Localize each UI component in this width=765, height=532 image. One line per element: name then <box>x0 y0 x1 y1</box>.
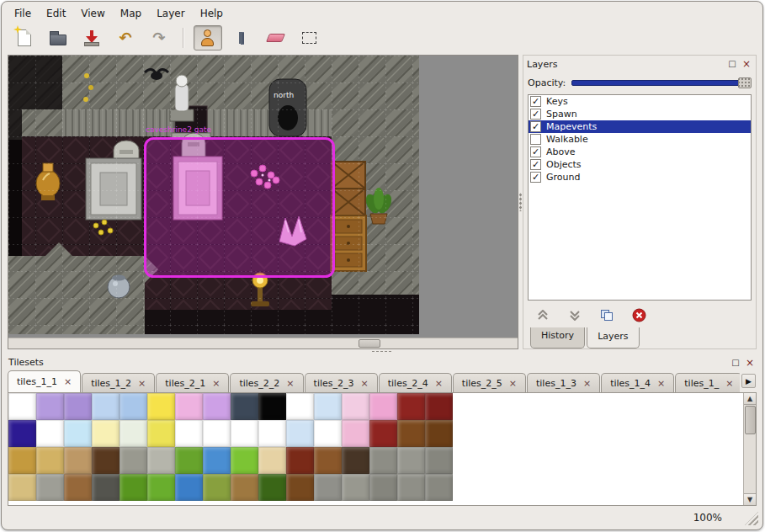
vertical-scrollbar-thumb[interactable] <box>745 406 756 434</box>
tileset-tab[interactable]: tiles_2_4 × <box>379 373 452 392</box>
tile[interactable] <box>147 420 175 447</box>
layer-visibility-checkbox[interactable]: ✓ <box>530 109 541 120</box>
tileset-tab[interactable]: tiles_1_3 × <box>527 373 600 392</box>
tile[interactable] <box>8 420 36 447</box>
tile[interactable] <box>425 420 453 447</box>
tile[interactable] <box>369 474 397 501</box>
tile[interactable] <box>314 474 342 501</box>
layer-row[interactable]: ✓ Above <box>529 146 751 158</box>
map-canvas-area[interactable]: north caveshrine2 gate <box>8 55 518 349</box>
tile[interactable] <box>397 447 425 474</box>
menu-item[interactable]: File <box>7 5 39 22</box>
tile[interactable] <box>425 474 453 501</box>
tileset-tab[interactable]: tiles_2_3 × <box>305 373 378 392</box>
close-tab-icon[interactable]: × <box>509 379 517 388</box>
close-tab-icon[interactable]: × <box>725 379 733 388</box>
horizontal-scrollbar-thumb[interactable] <box>359 339 380 348</box>
tile[interactable] <box>120 420 147 447</box>
close-tab-icon[interactable]: × <box>657 379 665 388</box>
npc-tool-button[interactable] <box>194 25 222 51</box>
menu-item[interactable]: Map <box>113 5 149 22</box>
tile[interactable] <box>369 447 397 474</box>
tile[interactable] <box>397 420 425 447</box>
resize-grip[interactable] <box>745 512 758 525</box>
tile[interactable] <box>64 420 92 447</box>
float-dock-icon[interactable]: □ <box>730 357 741 369</box>
horizontal-splitter[interactable] <box>2 349 762 354</box>
tile[interactable] <box>203 474 231 501</box>
tileset-tab[interactable]: tiles_2_1 × <box>156 373 229 392</box>
tile[interactable] <box>92 393 120 420</box>
tile[interactable] <box>64 447 92 474</box>
tile[interactable] <box>342 393 369 420</box>
tile[interactable] <box>231 420 258 447</box>
tile[interactable] <box>286 474 314 501</box>
close-tab-icon[interactable]: × <box>286 379 294 388</box>
close-tab-icon[interactable]: × <box>212 379 220 388</box>
tile[interactable] <box>397 393 425 420</box>
close-tab-icon[interactable]: × <box>138 379 146 388</box>
tile[interactable] <box>147 474 175 501</box>
tile[interactable] <box>120 393 147 420</box>
tile[interactable] <box>258 393 286 420</box>
tile[interactable] <box>369 420 397 447</box>
layer-visibility-checkbox[interactable]: ✓ <box>530 121 541 132</box>
selection-rectangle[interactable] <box>146 139 334 277</box>
redo-button[interactable]: ↷ <box>145 25 173 51</box>
close-dock-icon[interactable]: × <box>741 58 752 70</box>
dock-tab[interactable]: Layers <box>587 327 639 348</box>
tile[interactable] <box>120 447 147 474</box>
tile[interactable] <box>8 393 36 420</box>
tile[interactable] <box>36 447 64 474</box>
tile[interactable] <box>64 393 92 420</box>
paint-tool-button[interactable] <box>227 25 256 51</box>
horizontal-scrollbar[interactable] <box>8 338 518 348</box>
tile[interactable] <box>231 393 258 420</box>
delete-layer-button[interactable] <box>628 305 650 325</box>
tile[interactable] <box>258 474 286 501</box>
layer-row[interactable]: ✓ Mapevents <box>529 120 751 133</box>
tile[interactable] <box>314 420 342 447</box>
save-button[interactable] <box>77 25 106 51</box>
tileset-tab[interactable]: tiles_1_1 × <box>8 370 81 392</box>
layer-visibility-checkbox[interactable]: ✓ <box>530 159 541 170</box>
tile[interactable] <box>286 447 314 474</box>
layer-visibility-checkbox[interactable]: ✓ <box>530 96 541 107</box>
tile[interactable] <box>203 447 231 474</box>
tile[interactable] <box>425 393 453 420</box>
tile[interactable] <box>342 474 369 501</box>
tile[interactable] <box>425 447 453 474</box>
opacity-slider[interactable] <box>571 77 752 88</box>
menu-item[interactable]: Edit <box>39 5 73 22</box>
tile[interactable] <box>8 474 36 501</box>
layer-visibility-checkbox[interactable]: ✓ <box>530 172 541 183</box>
map-viewport[interactable]: north caveshrine2 gate <box>8 56 419 334</box>
opacity-slider-handle[interactable] <box>738 77 752 88</box>
tileset-tab[interactable]: tiles_1_2 × <box>82 373 155 392</box>
tile[interactable] <box>258 447 286 474</box>
tile[interactable] <box>175 420 203 447</box>
menu-item[interactable]: Help <box>193 5 231 22</box>
tile[interactable] <box>64 474 92 501</box>
eraser-tool-button[interactable] <box>261 25 290 51</box>
layer-row[interactable]: ✓ Keys <box>529 95 751 108</box>
tile[interactable] <box>314 447 342 474</box>
tileset-tab[interactable]: tiles_2_5 × <box>453 373 526 392</box>
tile[interactable] <box>286 393 314 420</box>
layer-row[interactable]: ✓ Ground <box>529 171 751 184</box>
close-tab-icon[interactable]: × <box>360 379 368 388</box>
tile[interactable] <box>286 420 314 447</box>
tile[interactable] <box>147 447 175 474</box>
tile[interactable] <box>92 447 120 474</box>
tile[interactable] <box>175 393 203 420</box>
tileset-tab[interactable]: tiles_1_ × <box>675 373 740 392</box>
vertical-splitter[interactable] <box>518 55 523 349</box>
close-dock-icon[interactable]: × <box>744 357 756 369</box>
tile[interactable] <box>342 420 369 447</box>
tile[interactable] <box>120 474 147 501</box>
tile[interactable] <box>314 393 342 420</box>
select-tool-button[interactable] <box>295 25 323 51</box>
float-dock-icon[interactable]: □ <box>726 58 738 70</box>
tile[interactable] <box>175 474 203 501</box>
tileset-tab[interactable]: tiles_1_4 × <box>601 373 674 392</box>
